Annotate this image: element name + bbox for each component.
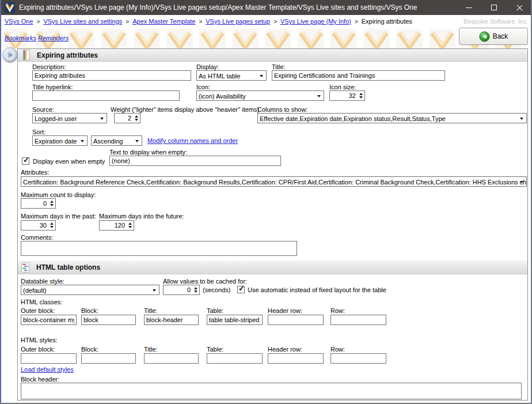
vsys-chevron-watermark-icon [396, 29, 423, 48]
minimize-button[interactable] [458, 0, 479, 15]
max-days-future-value: 120 [115, 222, 125, 229]
attributes-select[interactable]: Certification: Background Reference Chec… [21, 176, 527, 187]
classes-row-input[interactable] [330, 315, 386, 325]
datatable-style-select[interactable]: (default) [21, 285, 159, 295]
datatable-style-label: Datatable style: [21, 278, 64, 285]
spinner-up-icon[interactable] [50, 222, 54, 225]
auto-layout-checkbox[interactable]: ✓ [237, 286, 245, 293]
block-header-input[interactable] [21, 383, 522, 399]
comments-label: Comments: [21, 234, 53, 241]
vsys-chevron-watermark-icon [232, 29, 259, 48]
classes-block-label: Block: [81, 307, 98, 314]
comments-input[interactable] [21, 241, 297, 256]
vsys-chevron-watermark-icon [101, 29, 127, 48]
styles-title-input[interactable] [144, 353, 199, 364]
spinner-up-icon[interactable] [194, 287, 197, 289]
classes-outer-block-input[interactable] [21, 315, 77, 325]
collapse-sphere-icon[interactable] [2, 47, 18, 63]
vsys-chevron-watermark-icon [68, 29, 94, 48]
styles-block-label: Block: [81, 346, 98, 353]
page-stripes-icon [21, 50, 30, 61]
modify-columns-link[interactable]: Modify column names and order [147, 137, 238, 144]
styles-outer-block-input[interactable] [21, 353, 77, 364]
close-button[interactable] [509, 0, 530, 15]
load-default-styles-link[interactable]: Load default styles [21, 366, 74, 373]
styles-row-input[interactable] [330, 353, 386, 364]
chevron-down-icon [520, 181, 523, 183]
description-label: Description: [32, 63, 66, 70]
vsys-chevron-watermark-icon [330, 29, 357, 48]
breadcrumb-pages-setup[interactable]: VSys Live pages setup [206, 18, 270, 25]
reminders-link[interactable]: Reminders [38, 35, 69, 41]
styles-table-input[interactable] [207, 353, 263, 364]
columns-to-show-select[interactable]: Effective date,Expiration date,Expiratio… [257, 113, 527, 123]
spinner-down-icon[interactable] [128, 226, 132, 228]
bookmarks-link[interactable]: Bookmarks [5, 35, 36, 41]
max-count-spinner[interactable]: 0 [21, 198, 56, 209]
spinner-down-icon[interactable] [135, 119, 138, 121]
spinner-down-icon[interactable] [50, 204, 54, 206]
breadcrumb: VSys One > VSys Live sites and settings … [5, 18, 412, 25]
sort-field-select[interactable]: Expiration date [32, 135, 88, 146]
weight-spinner[interactable]: 2 [114, 113, 140, 123]
source-select[interactable]: Logged-in user [32, 113, 107, 123]
display-select[interactable]: As HTML table [196, 70, 267, 81]
styles-outer-block-label: Outer block: [21, 346, 55, 353]
vsys-chevron-watermark-icon [298, 29, 324, 48]
section-title: HTML table options [36, 263, 100, 271]
breadcrumb-live-page[interactable]: VSys Live page (My Info) [280, 18, 351, 25]
classes-block-input[interactable] [81, 315, 136, 325]
spinner-up-icon[interactable] [135, 115, 138, 118]
styles-header-row-input[interactable] [268, 353, 324, 364]
vsys-logo-icon [5, 2, 15, 13]
display-even-when-empty-checkbox[interactable]: ✓ [22, 157, 29, 165]
classes-table-input[interactable] [207, 315, 263, 325]
maximize-button[interactable] [484, 0, 504, 15]
styles-block-input[interactable] [81, 353, 136, 364]
sort-direction-select[interactable]: Ascending [91, 135, 142, 146]
app-window: Expiring attributes/VSys Live page (My I… [0, 0, 532, 404]
title-hyperlink-input[interactable] [32, 90, 180, 101]
back-button[interactable]: Back [459, 28, 528, 45]
auto-layout-label: Use automatic instead of fixed layout fo… [248, 286, 386, 293]
breadcrumb-vsys-one[interactable]: VSys One [5, 18, 33, 25]
spinner-down-icon[interactable] [359, 96, 363, 99]
max-days-future-spinner[interactable]: 120 [99, 220, 134, 231]
chevron-down-icon [153, 289, 156, 292]
html-styles-label: HTML styles: [21, 337, 58, 343]
chevron-down-icon [135, 140, 139, 142]
description-input[interactable] [32, 70, 191, 81]
spinner-up-icon[interactable] [128, 222, 132, 225]
columns-to-show-value: Effective date,Expiration date,Expiratio… [260, 115, 446, 122]
display-even-when-empty-label: Display even when empty [33, 158, 105, 165]
chevron-down-icon [317, 95, 321, 97]
spinner-up-icon[interactable] [50, 201, 54, 203]
breadcrumb-current: Expiring attributes [362, 18, 412, 25]
title-input[interactable] [272, 70, 445, 81]
spinner-up-icon[interactable] [359, 93, 363, 95]
vsys-chevron-watermark-icon [166, 29, 193, 48]
html-classes-label: HTML classes: [21, 299, 62, 305]
spinner-down-icon[interactable] [50, 226, 54, 228]
icon-select[interactable]: (icon) Availability [196, 90, 324, 101]
classes-title-label: Title: [144, 307, 157, 314]
icon-size-spinner[interactable]: 32 [329, 90, 365, 101]
breadcrumb-sites-settings[interactable]: VSys Live sites and settings [43, 18, 122, 25]
classes-title-input[interactable] [144, 315, 199, 325]
max-days-past-value: 30 [40, 222, 47, 229]
block-header-label: Block header: [21, 376, 59, 383]
chevron-down-icon [520, 118, 523, 120]
breadcrumb-master-template[interactable]: Apex Master Template [132, 18, 195, 25]
empty-text-input[interactable] [109, 156, 281, 166]
attributes-label: Attributes: [21, 169, 50, 176]
max-days-past-spinner[interactable]: 30 [21, 220, 56, 231]
table-rows-icon [21, 262, 30, 273]
title-label: Title: [272, 63, 285, 70]
icon-label: Icon: [196, 84, 210, 90]
classes-header-row-input[interactable] [268, 315, 324, 325]
close-icon [516, 4, 523, 12]
cache-label: Allow values to be cached for: [163, 278, 247, 285]
spinner-down-icon[interactable] [194, 290, 197, 293]
cache-spinner[interactable]: 0 [163, 285, 200, 295]
icon-select-value: (icon) Availability [199, 93, 246, 100]
